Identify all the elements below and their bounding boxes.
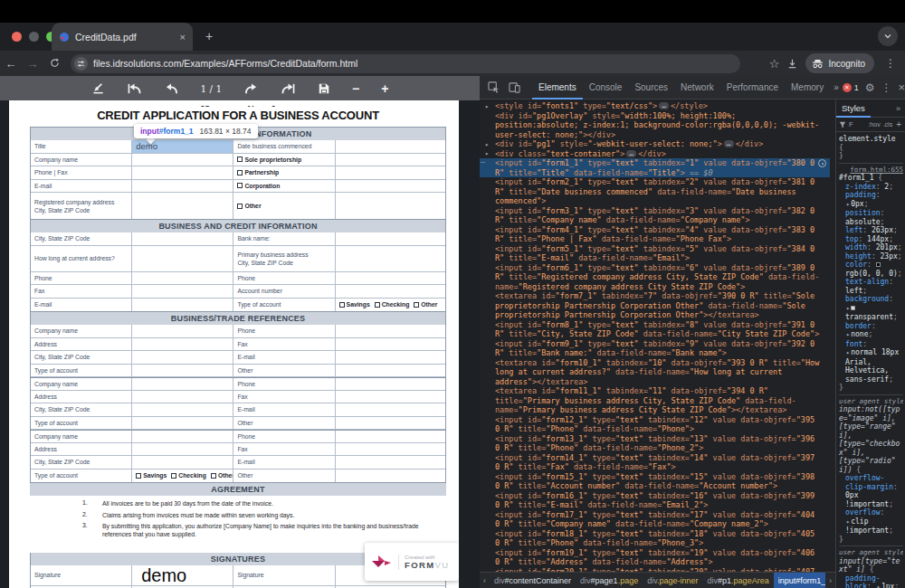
zoom-in-button[interactable]: + (381, 82, 388, 95)
breadcrumb-item[interactable]: div#contentContainer (490, 573, 576, 588)
checkbox-option[interactable]: Other (237, 203, 261, 209)
form-input[interactable] (132, 325, 233, 337)
form-input[interactable] (336, 378, 445, 390)
checkbox-option[interactable]: Sole proprietorship (237, 156, 301, 163)
form-input[interactable] (336, 140, 445, 153)
form-input[interactable] (132, 285, 233, 298)
form-input[interactable] (132, 232, 233, 245)
devtools-settings-icon[interactable]: ⚙ (865, 81, 875, 94)
form-input[interactable] (132, 166, 233, 179)
save-button[interactable] (318, 82, 330, 95)
dom-tree-node[interactable]: <input id="form9_1" type="text" tabindex… (480, 339, 830, 358)
color-swatch[interactable] (851, 306, 855, 310)
style-property[interactable]: overflow-clip-margin: 0px !important; (839, 474, 903, 508)
dom-tree-node[interactable]: <input id="form5_1" type="text" tabindex… (480, 244, 830, 263)
checkbox-option[interactable]: Partnership (237, 169, 279, 175)
form-input[interactable] (336, 246, 445, 271)
form-input[interactable] (132, 431, 233, 442)
address-bar[interactable]: files.idrsolutions.com/Examples/AFForms/… (71, 54, 740, 73)
reload-button[interactable] (43, 57, 65, 71)
dom-tree-node[interactable]: <input id="form4_1" type="text" tabindex… (480, 225, 830, 244)
form-input[interactable] (336, 166, 445, 179)
form-input[interactable] (132, 456, 233, 469)
style-rule[interactable]: form.html:655#form1_1 {z-index: 2;paddin… (839, 166, 903, 395)
style-property[interactable]: top: 144px; (839, 235, 903, 244)
devtools-tab-performance[interactable]: Performance (720, 76, 785, 100)
devtools-tab-sources[interactable]: Sources (628, 76, 674, 100)
devtools-tab-network[interactable]: Network (674, 76, 720, 100)
form-input[interactable] (132, 365, 233, 377)
style-property[interactable]: border: ▸none; (839, 322, 903, 340)
form-input[interactable] (132, 417, 233, 430)
form-input[interactable] (336, 403, 445, 416)
checkbox-icon[interactable] (237, 204, 243, 209)
style-property[interactable]: padding: ▸0px; (839, 191, 903, 209)
breadcrumb-next-icon[interactable]: › (825, 576, 835, 585)
checkbox-option[interactable]: Savings (339, 301, 370, 308)
download-icon[interactable] (786, 58, 798, 70)
close-window-button[interactable] (12, 32, 22, 42)
checkbox-icon[interactable] (339, 302, 345, 308)
new-tab-button[interactable]: + (201, 28, 217, 44)
tab-styles[interactable]: Styles (836, 100, 871, 118)
styles-filter-input[interactable]: F (849, 120, 853, 128)
undo-button[interactable] (164, 82, 179, 95)
dom-tree-node[interactable]: <input id="form12_1" type="text" tabinde… (480, 415, 830, 434)
style-property[interactable]: color: rgb(0, 0, 0); (839, 261, 903, 278)
form-input[interactable] (336, 338, 445, 351)
dom-tree-node[interactable]: <input id="form18_1" type="text" tabinde… (480, 529, 830, 548)
checkbox-option[interactable]: Checking (171, 472, 206, 479)
dom-tree-node[interactable]: ▸<style id="fonts1" type="text/css">…</s… (480, 101, 830, 111)
style-rule[interactable]: element.style {} (839, 135, 903, 164)
devtools-tab-elements[interactable]: Elements (532, 76, 583, 100)
styles-more-icon[interactable]: » (896, 104, 905, 113)
redo-button[interactable] (243, 82, 259, 95)
form-input[interactable] (132, 299, 233, 312)
form-input[interactable] (132, 272, 233, 285)
new-style-rule-button[interactable]: + (895, 119, 902, 129)
form-input[interactable]: demo (132, 140, 233, 153)
form-input[interactable] (132, 403, 233, 416)
dom-tree-node[interactable]: <input id="form13_1" type="text" tabinde… (480, 434, 830, 453)
checkbox-icon[interactable] (375, 302, 380, 308)
style-property[interactable]: left: 263px; (839, 226, 903, 235)
dom-tree-node[interactable]: <textarea id="form10_1" tabindex="10" da… (480, 358, 830, 387)
inspect-element-button[interactable] (483, 81, 504, 93)
zoom-out-button[interactable]: − (352, 82, 359, 95)
form-input[interactable] (336, 285, 445, 298)
forward-button[interactable]: → (22, 57, 43, 71)
form-input[interactable] (336, 232, 445, 245)
breadcrumb-item[interactable]: input#form1_1 (774, 573, 825, 588)
dom-tree-node[interactable]: <div id="pg1Overlay" style="width:100%; … (480, 111, 830, 140)
dom-tree-node[interactable]: <input id="form8_1" type="text" tabindex… (480, 320, 830, 339)
checkbox-option[interactable]: Other (414, 301, 437, 308)
checkbox-option[interactable]: Other (211, 472, 234, 479)
error-badge[interactable]: ✕ 1 (843, 83, 859, 92)
devtools-tab-console[interactable]: Console (583, 76, 629, 100)
first-page-button[interactable] (127, 82, 142, 95)
form-input[interactable] (132, 351, 233, 364)
dom-tree-node[interactable]: ▸<div id="pg1" style="-webkit-user-selec… (480, 139, 830, 149)
style-property[interactable]: background: ▸transparent; (839, 295, 903, 322)
breadcrumb-item[interactable]: div.page-inner (643, 573, 702, 588)
form-input[interactable] (336, 351, 445, 364)
form-input[interactable] (132, 180, 233, 193)
dom-tree-node[interactable]: <textarea id="form7_1" tabindex="7" data… (480, 291, 830, 320)
form-input[interactable] (336, 431, 445, 442)
style-property[interactable]: height: 23px; (839, 252, 903, 261)
form-input[interactable] (132, 378, 233, 390)
style-property[interactable]: width: 201px; (839, 243, 903, 252)
toggle-hover-button[interactable]: :hov (868, 121, 880, 128)
dom-tree-node[interactable]: <input id="form20_1" type="text" tabinde… (480, 567, 830, 573)
devtools-tab-memory[interactable]: Memory (785, 76, 830, 100)
checkbox-icon[interactable] (211, 473, 216, 479)
dom-tree-node[interactable]: <input id="form16_1" type="text" tabinde… (480, 491, 830, 510)
sign-button[interactable] (91, 81, 105, 95)
checkbox-icon[interactable] (414, 302, 419, 308)
devtools-close-icon[interactable]: × (898, 81, 905, 94)
style-property[interactable]: padding-block: ▸1px; (839, 574, 903, 588)
style-property[interactable]: text-align: left; (839, 278, 903, 295)
style-property[interactable]: z-index: 2; (839, 183, 903, 192)
dom-tree-node[interactable]: <input id="form1_1" type="text" tabindex… (480, 158, 830, 177)
dom-tree-node[interactable]: <textarea id="form11_1" tabindex="11" da… (480, 386, 830, 415)
